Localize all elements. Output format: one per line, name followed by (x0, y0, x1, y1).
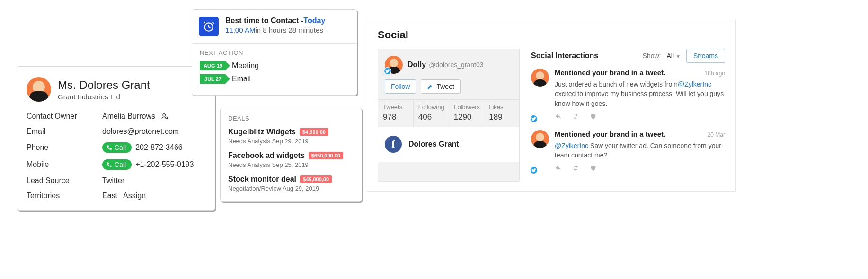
facebook-name: Dolores Grant (408, 140, 459, 148)
interaction-title: Mentioned your brand in a tweet. (555, 69, 705, 77)
contact-card: Ms. Dolores Grant Grant Industries Ltd C… (17, 66, 215, 211)
retweet-icon[interactable] (572, 165, 579, 173)
deal-sub: Needs Analysis Sep 25, 2019 (228, 161, 354, 168)
twitter-badge-icon (384, 67, 391, 75)
stat-following[interactable]: Following 406 (414, 100, 449, 127)
mention-link[interactable]: @ZylkerInc (678, 80, 711, 88)
deals-card: DEALS Kugelblitz Widgets $4,300,00 Needs… (220, 108, 362, 202)
stat-tweets[interactable]: Tweets 978 (378, 100, 414, 127)
contact-name: Ms. Dolores Grant (58, 78, 150, 92)
owner-label: Contact Owner (27, 112, 102, 121)
mobile-label: Mobile (27, 160, 102, 169)
deal-sub: Negotiation/Review Aug 29, 2019 (228, 185, 354, 192)
interaction-time: 20 Mar (708, 131, 725, 138)
deal-sub: Needs Analysis Sep 29, 2019 (228, 138, 354, 145)
contact-company: Grant Industries Ltd (58, 93, 150, 101)
deal-amount: $45,000,00 (300, 175, 332, 183)
mention-link[interactable]: @ZylkerInc (555, 142, 588, 149)
interaction-text: Just ordered a bunch of new widgets from… (555, 79, 725, 108)
twitter-badge-icon (530, 166, 538, 174)
best-time-sub: 11:00 AMin 8 hours 28 minutes (225, 26, 325, 34)
interaction-avatar (531, 69, 549, 87)
tweet-button[interactable]: Tweet (421, 79, 460, 94)
call-mobile-button[interactable]: Call (102, 159, 132, 170)
mobile-value: +1-202-555-0193 (135, 160, 194, 169)
interaction-title: Mentioned your brand in a tweet. (555, 130, 708, 138)
interaction-item: Mentioned your brand in a tweet. 20 Mar … (531, 130, 725, 174)
email-label: Email (27, 127, 102, 136)
facebook-profile-row[interactable]: f Dolores Grant (378, 127, 519, 162)
stat-followers[interactable]: Followers 1290 (449, 100, 485, 127)
best-time-title: Best time to Contact -Today (225, 17, 325, 25)
social-profile-card: Dolly @dolores_grant03 Follow Tweet Twee… (378, 49, 520, 182)
deal-name: Kugelblitz Widgets (228, 128, 296, 136)
alarm-clock-icon (199, 17, 219, 36)
social-title: Social (378, 29, 725, 41)
person-lookup-icon[interactable] (161, 113, 168, 120)
deal-item[interactable]: Facebook ad widgets $650,000,00 Needs An… (228, 151, 354, 168)
social-display-name: Dolly (407, 61, 426, 69)
twitter-badge-icon (530, 115, 538, 122)
date-tag: AUG 19 (200, 61, 225, 70)
phone-value: 202-872-3466 (135, 143, 183, 152)
chevron-down-icon: ▼ (676, 54, 681, 59)
call-phone-button[interactable]: Call (102, 142, 132, 153)
interaction-text: @ZylkerInc Saw your twitter ad. Can some… (555, 141, 725, 160)
facebook-icon: f (385, 136, 402, 153)
deal-item[interactable]: Stock monitor deal $45,000,00 Negotiatio… (228, 175, 354, 192)
territories-value: East (102, 192, 117, 200)
streams-button[interactable]: Streams (686, 49, 725, 63)
svg-point-0 (163, 114, 165, 116)
compose-icon (427, 83, 434, 90)
reply-icon[interactable] (555, 165, 562, 173)
interaction-avatar (531, 130, 549, 148)
social-handle: @dolores_grant03 (429, 61, 483, 69)
interaction-item: Mentioned your brand in a tweet. 18h ago… (531, 69, 725, 122)
reply-icon[interactable] (555, 113, 562, 122)
deals-label: DEALS (228, 115, 354, 122)
owner-value: Amelia Burrows (102, 112, 168, 121)
follow-button[interactable]: Follow (385, 79, 416, 94)
next-action-text: Email (232, 75, 251, 83)
social-panel: Social Dolly @dolores_grant03 Follow (367, 19, 736, 192)
like-icon[interactable] (590, 113, 597, 122)
contact-avatar (27, 77, 51, 102)
date-tag: JUL 27 (200, 74, 225, 84)
lead-source-value: Twitter (102, 176, 124, 185)
like-icon[interactable] (590, 165, 597, 173)
deal-amount: $4,300,00 (300, 128, 328, 136)
deal-name: Facebook ad widgets (228, 151, 305, 160)
email-value[interactable]: dolores@protonet.com (102, 127, 179, 136)
next-action-label: NEXT ACTION (200, 49, 349, 56)
svg-point-1 (166, 117, 168, 119)
deal-item[interactable]: Kugelblitz Widgets $4,300,00 Needs Analy… (228, 128, 354, 145)
assign-link[interactable]: Assign (123, 192, 146, 200)
lead-source-label: Lead Source (27, 176, 102, 185)
show-filter[interactable]: All ▼ (667, 52, 681, 60)
show-label: Show: (643, 52, 661, 60)
interaction-time: 18h ago (705, 70, 725, 77)
deal-amount: $650,000,00 (309, 152, 343, 159)
territories-label: Territories (27, 192, 102, 200)
deal-name: Stock monitor deal (228, 175, 296, 183)
best-time-card: Best time to Contact -Today 11:00 AMin 8… (192, 9, 357, 96)
phone-label: Phone (27, 143, 102, 152)
next-action-row[interactable]: AUG 19 Meeting (200, 61, 349, 70)
stat-likes[interactable]: Likes 189 (484, 100, 519, 127)
retweet-icon[interactable] (572, 113, 579, 122)
interactions-title: Social Interactions (531, 52, 598, 60)
next-action-row[interactable]: JUL 27 Email (200, 74, 349, 84)
next-action-text: Meeting (232, 61, 259, 70)
